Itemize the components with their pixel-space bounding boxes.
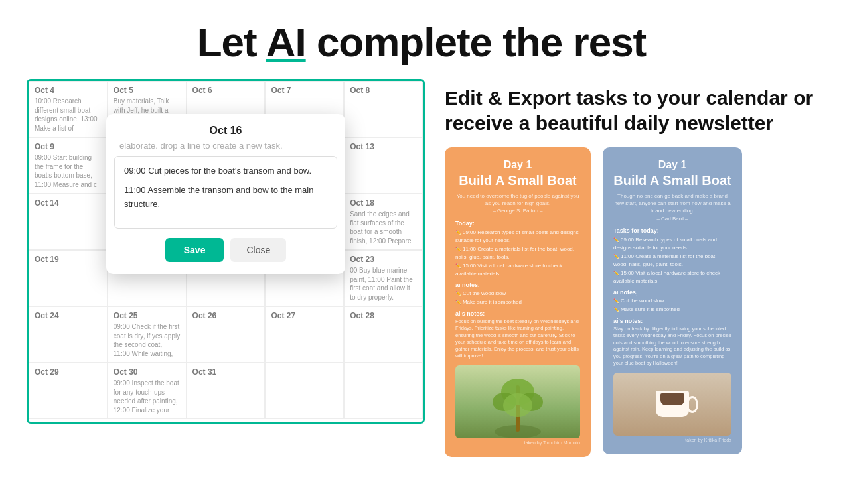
coffee-liquid (660, 393, 684, 405)
orange-card-day: Day 1 (455, 159, 580, 171)
headline-ai: AI (266, 19, 306, 65)
page-header: Let AI complete the rest (0, 0, 843, 79)
orange-ais-notes-body: Focus on building the boat steadily on W… (455, 318, 580, 360)
save-button[interactable]: Save (165, 238, 224, 262)
orange-ai-note-2: Make sure it is smoothed (455, 298, 580, 306)
headline-prefix: Let (197, 19, 266, 65)
tagline-text: Edit & Export tasks to your calendar or … (445, 86, 816, 135)
orange-ai-note-1: Cut the wood slow (455, 290, 580, 298)
newsletter-row: Day 1 Build A Small Boat You need to ove… (445, 147, 816, 457)
blue-card-title: Build A Small Boat (613, 172, 731, 188)
blue-ais-notes-body: Stay on track by diligently following yo… (613, 326, 731, 367)
orange-card-image (455, 365, 580, 438)
blue-photo-label: taken by Kritika Frieda (613, 438, 731, 442)
calendar-panel: Oct 4 10:00 Research different small boa… (27, 79, 425, 424)
orange-card-quote: You need to overcome the tug of people a… (455, 192, 580, 215)
orange-task-3: 15:00 Visit a local hardware store to ch… (455, 262, 580, 278)
modal-tasks-area[interactable]: 09:00 Cut pieces for the boat's transom … (114, 156, 337, 229)
headline: Let AI complete the rest (0, 19, 843, 66)
blue-ai-note-2: Make sure it is smoothed (613, 306, 731, 314)
blue-card-image (613, 373, 731, 436)
blue-ai-note-1: Cut the wood slow (613, 297, 731, 305)
orange-today-label: Today: (455, 220, 580, 227)
coffee-cup (656, 391, 689, 417)
main-layout: Oct 4 10:00 Research different small boa… (0, 79, 843, 457)
right-panel: Edit & Export tasks to your calendar or … (445, 79, 816, 457)
blue-ai-notes-label: ai notes, (613, 289, 731, 296)
modal-overlay: Oct 16 elaborate. drop a line to create … (29, 81, 423, 422)
close-button[interactable]: Close (230, 238, 286, 262)
orange-task-1: 09:00 Research types of small boats and … (455, 229, 580, 245)
orange-task-2: 11:00 Create a materials list for the bo… (455, 245, 580, 261)
task-modal: Oct 16 elaborate. drop a line to create … (106, 114, 345, 274)
orange-ai-notes-label: ai notes, (455, 282, 580, 288)
blue-task-1: 09:00 Research types of small boats and … (613, 236, 731, 252)
orange-card-title: Build A Small Boat (455, 172, 580, 188)
blue-card-day: Day 1 (613, 159, 731, 171)
blue-ais-notes-label: ai's notes: (613, 318, 731, 324)
modal-placeholder-text: elaborate. drop a line to create a new t… (106, 141, 345, 156)
modal-task2: 11:00 Assemble the transom and bow to th… (124, 184, 327, 212)
modal-actions: Save Close (106, 229, 345, 274)
modal-header: Oct 16 (106, 114, 345, 141)
modal-date: Oct 16 (119, 125, 332, 137)
svg-point-5 (503, 393, 532, 417)
blue-task-3: 15:00 Visit a local hardware store to ch… (613, 269, 731, 285)
blue-tasks-label: Tasks for today: (613, 227, 731, 234)
orange-photo-label: taken by Tomohiro Momoto (455, 440, 580, 445)
newsletter-card-orange: Day 1 Build A Small Boat You need to ove… (445, 147, 591, 457)
headline-suffix: complete the rest (306, 19, 647, 65)
blue-task-2: 11:00 Create a materials list for the bo… (613, 253, 731, 269)
newsletter-card-blue: Day 1 Build A Small Boat Though no one c… (603, 147, 742, 454)
orange-ais-notes-label: ai's notes: (455, 310, 580, 317)
modal-task1: 09:00 Cut pieces for the boat's transom … (124, 164, 327, 178)
blue-card-quote: Though no one can go back and make a bra… (613, 192, 731, 222)
